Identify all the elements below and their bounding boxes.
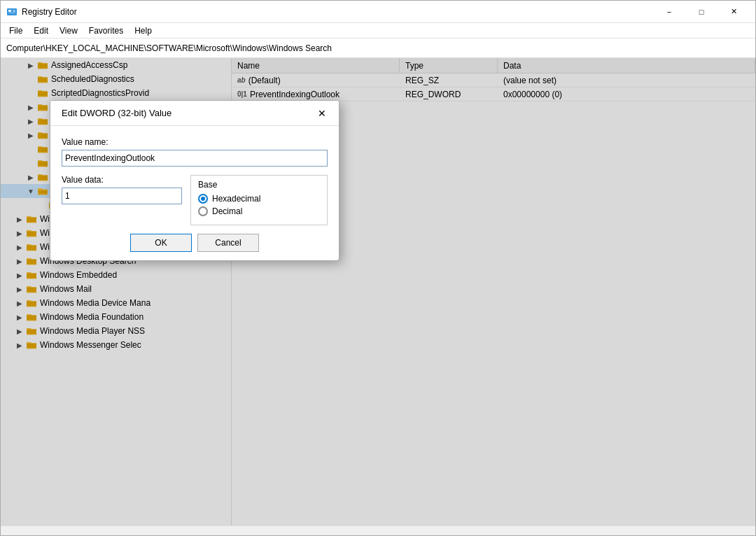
maximize-button[interactable]: □	[685, 1, 718, 23]
base-label: Base	[198, 180, 320, 190]
menu-favorites[interactable]: Favorites	[83, 24, 129, 37]
base-group: Base Hexadecimal Decimal	[190, 175, 328, 225]
decimal-radio[interactable]: Decimal	[198, 206, 320, 216]
decimal-label: Decimal	[212, 206, 242, 216]
dialog-buttons: OK Cancel	[62, 234, 328, 252]
dialog-title-bar: Edit DWORD (32-bit) Value ✕	[50, 101, 339, 126]
menu-bar: File Edit View Favorites Help	[1, 23, 755, 38]
address-path: Computer\HKEY_LOCAL_MACHINE\SOFTWARE\Mic…	[6, 43, 332, 53]
value-data-label: Value data:	[62, 175, 182, 185]
hexadecimal-radio[interactable]: Hexadecimal	[198, 194, 320, 204]
title-bar: Registry Editor − □ ✕	[1, 1, 755, 23]
close-button[interactable]: ✕	[718, 1, 750, 23]
dialog-close-button[interactable]: ✕	[314, 105, 330, 122]
decimal-radio-btn[interactable]	[198, 206, 208, 216]
ok-button[interactable]: OK	[130, 234, 192, 252]
value-data-input[interactable]	[62, 188, 182, 204]
menu-view[interactable]: View	[54, 24, 83, 37]
value-name-input[interactable]	[62, 150, 328, 167]
app-icon	[6, 6, 18, 17]
menu-help[interactable]: Help	[129, 24, 158, 37]
hexadecimal-label: Hexadecimal	[212, 194, 260, 204]
svg-rect-1	[8, 10, 11, 12]
hexadecimal-radio-btn[interactable]	[198, 194, 208, 204]
svg-rect-2	[13, 10, 15, 10]
dialog-overlay: Edit DWORD (32-bit) Value ✕ Value name: …	[1, 58, 755, 526]
dialog-title: Edit DWORD (32-bit) Value	[62, 108, 172, 118]
cancel-button[interactable]: Cancel	[197, 234, 259, 252]
svg-rect-4	[8, 13, 15, 13]
value-data-section: Value data:	[62, 175, 182, 225]
window-controls: − □ ✕	[653, 1, 750, 23]
value-name-label: Value name:	[62, 137, 328, 147]
edit-dword-dialog: Edit DWORD (32-bit) Value ✕ Value name: …	[50, 100, 340, 261]
menu-edit[interactable]: Edit	[28, 24, 54, 37]
dialog-body: Value name: Value data: Base Hexad	[50, 126, 339, 260]
registry-editor-window: Registry Editor − □ ✕ File Edit View Fav…	[0, 0, 756, 536]
minimize-button[interactable]: −	[653, 1, 685, 23]
window-title: Registry Editor	[22, 7, 653, 17]
dialog-data-row: Value data: Base Hexadecimal Deci	[62, 175, 328, 225]
address-bar: Computer\HKEY_LOCAL_MACHINE\SOFTWARE\Mic…	[1, 38, 755, 58]
menu-file[interactable]: File	[4, 24, 28, 37]
main-content: ▶ AssignedAccessCsp ScheduledDiagnostics	[1, 58, 755, 526]
bottom-bar	[1, 526, 755, 535]
svg-rect-3	[13, 11, 15, 12]
